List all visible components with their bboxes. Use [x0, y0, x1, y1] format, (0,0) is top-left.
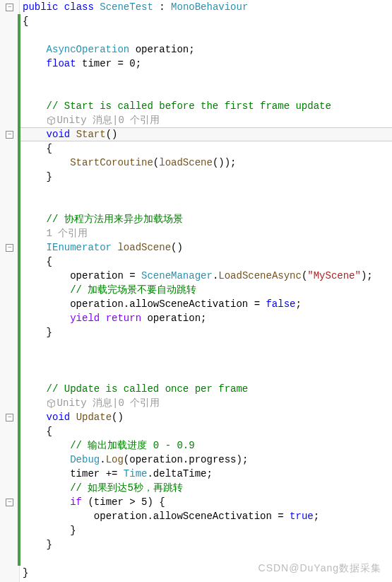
- code-line[interactable]: Unity 消息|0 个引用: [23, 396, 392, 410]
- code-token: AsyncOperation: [47, 42, 130, 57]
- code-token: {: [47, 255, 52, 269]
- code-line[interactable]: operation.allowSceneActivation = false;: [23, 297, 392, 311]
- code-line[interactable]: [23, 184, 392, 198]
- code-line[interactable]: {: [23, 255, 392, 269]
- fold-minus-icon[interactable]: −: [6, 131, 13, 139]
- code-token: Debug: [70, 453, 100, 467]
- code-editor: −−−−− public class SceneTest : MonoBehav…: [0, 0, 392, 582]
- code-line[interactable]: AsyncOperation operation;: [23, 42, 392, 57]
- gutter-line: [0, 28, 19, 42]
- fold-minus-icon[interactable]: −: [6, 414, 13, 421]
- code-token: timer +=: [70, 467, 124, 481]
- code-token: [112, 240, 117, 255]
- code-token: operation =: [70, 269, 141, 283]
- code-area[interactable]: public class SceneTest : MonoBehaviour{ …: [20, 0, 392, 582]
- code-line[interactable]: {: [23, 14, 392, 28]
- code-line[interactable]: operation.allowSceneActivation = true;: [23, 509, 392, 523]
- gutter-line: [0, 85, 19, 99]
- gutter-line: [0, 382, 19, 396]
- code-line[interactable]: // 加载完场景不要自动跳转: [23, 283, 392, 297]
- code-line[interactable]: StartCoroutine(loadScene());: [23, 156, 392, 170]
- code-line[interactable]: void Update(): [23, 410, 392, 424]
- code-line[interactable]: [23, 71, 392, 85]
- code-token: // Update is called once per frame: [47, 382, 249, 396]
- gutter-line: [0, 212, 19, 226]
- code-token: // 如果到达5秒，再跳转: [70, 481, 183, 495]
- code-token: SceneManager: [141, 269, 213, 283]
- code-line[interactable]: Debug.Log(operation.progress);: [23, 453, 392, 467]
- code-token: {: [47, 141, 52, 156]
- code-token: {: [47, 424, 52, 438]
- code-token: timer = 0;: [76, 57, 141, 71]
- gutter-line: [0, 481, 19, 495]
- change-indicator-bar: [18, 14, 20, 566]
- code-token: [70, 410, 76, 424]
- code-token: if: [70, 495, 82, 509]
- code-token: float: [47, 57, 76, 71]
- code-line[interactable]: if (timer > 5) {: [23, 495, 392, 509]
- gutter-line: [0, 297, 19, 311]
- code-token: (): [112, 410, 124, 424]
- watermark-text: CSDN@DuYang数据采集: [259, 561, 381, 575]
- gutter: −−−−−: [0, 0, 20, 582]
- code-line[interactable]: // 如果到达5秒，再跳转: [23, 481, 392, 495]
- code-token: SceneTest: [100, 0, 153, 14]
- code-line[interactable]: [23, 85, 392, 99]
- gutter-line: [0, 184, 19, 198]
- code-token: [70, 127, 76, 141]
- code-token: MonoBehaviour: [171, 0, 248, 14]
- code-line[interactable]: Unity 消息|0 个引用: [23, 113, 392, 127]
- code-token: class: [64, 0, 94, 14]
- code-line[interactable]: }: [23, 523, 392, 537]
- code-line[interactable]: void Start(): [23, 127, 392, 141]
- code-line[interactable]: timer += Time.deltaTime;: [23, 467, 392, 481]
- code-line[interactable]: [23, 368, 392, 382]
- code-token: Start: [76, 127, 106, 141]
- code-token: }: [47, 325, 52, 339]
- code-line[interactable]: [23, 354, 392, 368]
- code-line[interactable]: IEnumerator loadScene(): [23, 240, 392, 255]
- code-line[interactable]: {: [23, 424, 392, 438]
- code-line[interactable]: {: [23, 141, 392, 156]
- code-token: // 加载完场景不要自动跳转: [70, 283, 196, 297]
- gutter-line: −: [0, 495, 19, 509]
- gutter-line: [0, 14, 19, 28]
- gutter-line: [0, 156, 19, 170]
- code-line[interactable]: }: [23, 325, 392, 339]
- gutter-line: [0, 57, 19, 71]
- code-token: ());: [213, 156, 237, 170]
- code-token: operation.allowSceneActivation =: [70, 297, 266, 311]
- code-line[interactable]: // 协程方法用来异步加载场景: [23, 212, 392, 226]
- gutter-line: [0, 537, 19, 552]
- code-line[interactable]: // Start is called before the first fram…: [23, 99, 392, 113]
- gutter-line: [0, 198, 19, 212]
- code-line[interactable]: yield return operation;: [23, 311, 392, 325]
- code-line[interactable]: }: [23, 170, 392, 184]
- gutter-line: −: [0, 240, 19, 255]
- code-line[interactable]: // 输出加载进度 0 - 0.9: [23, 438, 392, 453]
- code-token: loadScene: [159, 156, 213, 170]
- code-token: .: [213, 269, 218, 283]
- fold-minus-icon[interactable]: −: [6, 244, 13, 252]
- code-line[interactable]: }: [23, 537, 392, 552]
- code-token: operation;: [141, 311, 206, 325]
- code-line[interactable]: public class SceneTest : MonoBehaviour: [23, 0, 392, 14]
- code-line[interactable]: [23, 198, 392, 212]
- fold-minus-icon[interactable]: −: [6, 4, 13, 11]
- code-line[interactable]: [23, 28, 392, 42]
- code-token: StartCoroutine: [70, 156, 153, 170]
- fold-minus-icon[interactable]: −: [6, 499, 13, 506]
- code-line[interactable]: float timer = 0;: [23, 57, 392, 71]
- gutter-line: −: [0, 127, 19, 141]
- code-token: public: [23, 0, 58, 14]
- gutter-line: [0, 113, 19, 127]
- code-line[interactable]: operation = SceneManager.LoadSceneAsync(…: [23, 269, 392, 283]
- code-token: :: [153, 0, 171, 14]
- code-line[interactable]: 1 个引用: [23, 226, 392, 240]
- code-token: void: [47, 410, 71, 424]
- code-line[interactable]: // Update is called once per frame: [23, 382, 392, 396]
- code-token: void: [47, 127, 71, 141]
- gutter-line: [0, 283, 19, 297]
- code-token: operation;: [129, 42, 194, 57]
- code-line[interactable]: [23, 339, 392, 354]
